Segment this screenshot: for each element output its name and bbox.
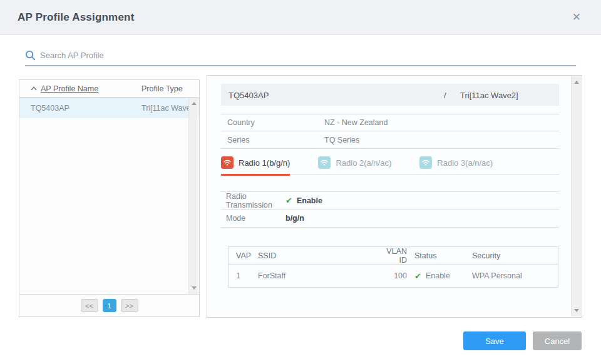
ssid-header: SSID [258, 251, 378, 260]
profile-list-panel: AP Profile Name Profile Type TQ5403AP Tr… [19, 79, 200, 317]
series-value: TQ Series [324, 136, 359, 144]
radio-transmission-label: Radio Transmission [226, 192, 285, 210]
column-header-ap-profile-name[interactable]: AP Profile Name [41, 84, 98, 93]
security-header: Security [472, 251, 558, 260]
profile-name-cell: TQ5403AP [31, 104, 69, 113]
country-label: Country [227, 118, 324, 127]
detail-profile-type: Tri[11ac Wave2] [460, 90, 518, 99]
vlan-cell: 100 [378, 271, 407, 280]
mode-row: Mode b/g/n [221, 210, 559, 228]
scroll-down-icon[interactable] [574, 309, 579, 312]
dialog-title: AP Profile Assignment [18, 11, 135, 24]
detail-separator: / [444, 90, 446, 99]
detail-profile-name: TQ5403AP [229, 90, 269, 99]
dialog-header: AP Profile Assignment ✕ [0, 0, 601, 35]
left-panel-scrollbar[interactable] [188, 98, 198, 294]
search-icon [25, 50, 36, 61]
check-icon: ✔ [414, 271, 421, 281]
profile-list-body: TQ5403AP Tri[11ac Wave2] [19, 98, 199, 294]
status-text: Enable [426, 271, 450, 280]
search-input[interactable] [40, 51, 576, 60]
sort-asc-icon [31, 86, 37, 91]
security-cell: WPA Personal [472, 271, 558, 280]
vap-header: VAP [229, 251, 258, 260]
check-icon: ✔ [285, 196, 292, 205]
tab-radio-1[interactable]: Radio 1(b/g/n) [221, 156, 290, 174]
radio-transmission-row: Radio Transmission ✔ Enable [221, 191, 559, 210]
pagination-next-button[interactable]: >> [121, 299, 138, 312]
right-panel-scrollbar[interactable] [571, 76, 581, 316]
tab-radio-2[interactable]: Radio 2(a/n/ac) [318, 156, 391, 174]
pagination-page-1-button[interactable]: 1 [103, 299, 116, 312]
series-label: Series [227, 136, 324, 144]
pagination-prev-button[interactable]: << [81, 299, 98, 312]
scroll-up-icon[interactable] [574, 81, 579, 84]
status-header: Status [407, 251, 472, 260]
scroll-down-icon[interactable] [192, 286, 197, 290]
mode-value: b/g/n [285, 214, 304, 223]
scroll-up-icon[interactable] [192, 102, 197, 105]
vap-table-header: VAP SSID VLAN ID Status Security [229, 247, 558, 265]
tab-radio-1-label: Radio 1(b/g/n) [239, 158, 290, 168]
cancel-button[interactable]: Cancel [533, 331, 582, 350]
radio-tabs: Radio 1(b/g/n) Radio 2(a/n/ac) [221, 156, 559, 175]
ssid-cell: ForStaff [258, 271, 378, 280]
country-value: NZ - New Zealand [324, 118, 388, 127]
radio-transmission-status: Enable [297, 196, 322, 205]
status-cell: ✔ Enable [407, 271, 472, 281]
close-icon[interactable]: ✕ [570, 9, 583, 25]
tab-radio-3[interactable]: Radio 3(a/n/ac) [419, 156, 493, 174]
vlan-header: VLAN ID [378, 247, 407, 265]
vap-cell: 1 [229, 271, 258, 280]
wifi-icon [419, 156, 432, 169]
field-row-country: Country NZ - New Zealand [221, 114, 559, 131]
radio-detail-fields: Radio Transmission ✔ Enable Mode b/g/n [221, 191, 559, 228]
column-header-profile-type: Profile Type [141, 84, 183, 93]
profile-list-header: AP Profile Name Profile Type [19, 80, 199, 98]
profile-detail-content: TQ5403AP / Tri[11ac Wave2] Country NZ - … [221, 76, 559, 288]
vap-table: VAP SSID VLAN ID Status Security 1 ForSt… [228, 246, 558, 288]
tab-radio-3-label: Radio 3(a/n/ac) [437, 158, 493, 168]
profile-list-row-selected[interactable]: TQ5403AP Tri[11ac Wave2] [19, 98, 199, 118]
mode-label: Mode [226, 214, 285, 223]
wifi-icon [318, 156, 331, 169]
tab-radio-2-label: Radio 2(a/n/ac) [336, 158, 391, 168]
save-button[interactable]: Save [463, 331, 526, 350]
detail-title-bar: TQ5403AP / Tri[11ac Wave2] [221, 84, 559, 106]
detail-fields: Country NZ - New Zealand Series TQ Serie… [221, 114, 559, 149]
pagination: << 1 >> [19, 294, 199, 316]
field-row-series: Series TQ Series [221, 131, 559, 149]
radio-transmission-value: ✔ Enable [285, 196, 322, 205]
wifi-icon [221, 156, 234, 169]
search-bar [25, 50, 576, 66]
profile-detail-panel: TQ5403AP / Tri[11ac Wave2] Country NZ - … [207, 75, 582, 318]
ap-profile-assignment-dialog: AP Profile Assignment ✕ AP Profile Name … [0, 0, 601, 364]
vap-table-row[interactable]: 1 ForStaff 100 ✔ Enable WPA Personal [229, 265, 558, 287]
